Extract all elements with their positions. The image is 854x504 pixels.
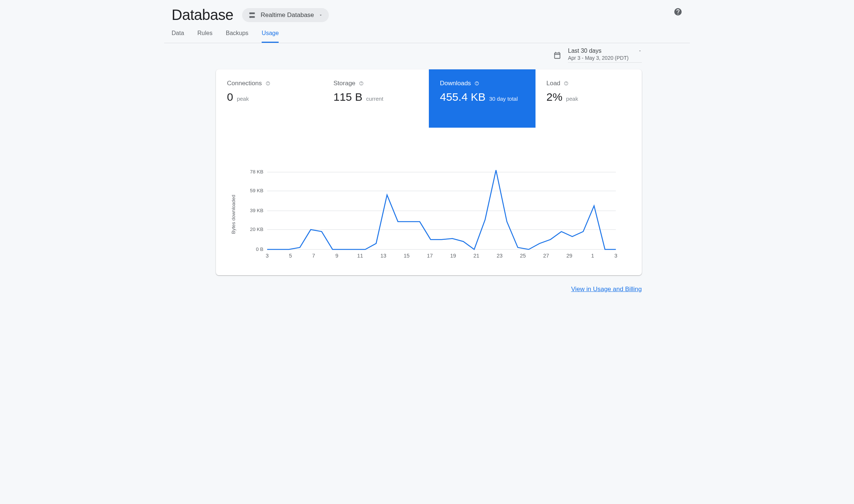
database-selector-label: Realtime Database [261,11,314,19]
stat-connections[interactable]: Connections 0 peak [216,69,323,128]
chevron-down-icon [318,13,323,17]
chart-area: Bytes downloaded 0 B20 KB39 KB59 KB78 KB… [216,128,642,275]
help-button[interactable] [674,7,682,16]
usage-card: Connections 0 peak Storage 115 B current [216,69,642,275]
stat-load[interactable]: Load 2% peak [536,69,642,128]
tab-data[interactable]: Data [172,30,184,43]
svg-text:13: 13 [380,253,386,259]
svg-text:15: 15 [404,253,410,259]
svg-text:1: 1 [591,253,594,259]
stat-downloads[interactable]: Downloads 455.4 KB 30 day total [429,69,536,128]
svg-text:19: 19 [450,253,456,259]
svg-text:29: 29 [567,253,572,259]
tab-usage[interactable]: Usage [262,30,279,43]
stat-value: 2% [547,91,562,103]
stat-sublabel: peak [237,96,249,102]
calendar-icon [553,51,561,59]
svg-text:17: 17 [427,253,433,259]
help-icon[interactable] [474,80,480,86]
stat-sublabel: 30 day total [489,96,518,102]
stat-title: Connections [227,80,262,87]
svg-text:39 KB: 39 KB [250,208,264,213]
svg-text:27: 27 [543,253,549,259]
svg-text:0 B: 0 B [256,246,264,252]
chevron-down-icon [638,49,642,53]
stat-sublabel: current [366,96,383,102]
svg-text:5: 5 [289,253,292,259]
help-icon[interactable] [563,80,569,86]
tabs: Data Rules Backups Usage [164,23,690,43]
date-range-selector[interactable]: Last 30 days Apr 3 - May 3, 2020 (PDT) [568,48,642,63]
svg-text:20 KB: 20 KB [250,227,264,232]
database-icon [248,11,256,19]
svg-text:7: 7 [312,253,315,259]
stat-value: 115 B [334,91,362,103]
stat-title: Storage [334,80,356,87]
svg-text:11: 11 [357,253,363,259]
stat-title: Downloads [440,80,471,87]
chart-y-axis-label: Bytes downloaded [231,168,236,260]
date-range-value: Apr 3 - May 3, 2020 (PDT) [568,55,642,61]
svg-text:78 KB: 78 KB [250,169,264,175]
svg-text:21: 21 [474,253,479,259]
stat-storage[interactable]: Storage 115 B current [323,69,429,128]
date-range-label: Last 30 days [568,48,602,54]
stat-value: 455.4 KB [440,91,485,103]
svg-text:3: 3 [614,253,617,259]
help-icon[interactable] [265,80,271,86]
tab-backups[interactable]: Backups [226,30,248,43]
help-icon[interactable] [358,80,364,86]
page-title: Database [172,7,233,23]
svg-text:9: 9 [335,253,338,259]
svg-text:25: 25 [520,253,526,259]
downloads-chart: 0 B20 KB39 KB59 KB78 KB35791113151719212… [241,168,620,260]
view-usage-billing-link[interactable]: View in Usage and Billing [571,286,642,293]
svg-text:3: 3 [266,253,269,259]
stats-row: Connections 0 peak Storage 115 B current [216,69,642,128]
help-icon [674,7,682,16]
stat-title: Load [547,80,561,87]
database-selector[interactable]: Realtime Database [242,8,329,22]
svg-text:23: 23 [497,253,503,259]
svg-text:59 KB: 59 KB [250,188,264,194]
stat-value: 0 [227,91,233,103]
stat-sublabel: peak [566,96,578,102]
tab-rules[interactable]: Rules [197,30,213,43]
